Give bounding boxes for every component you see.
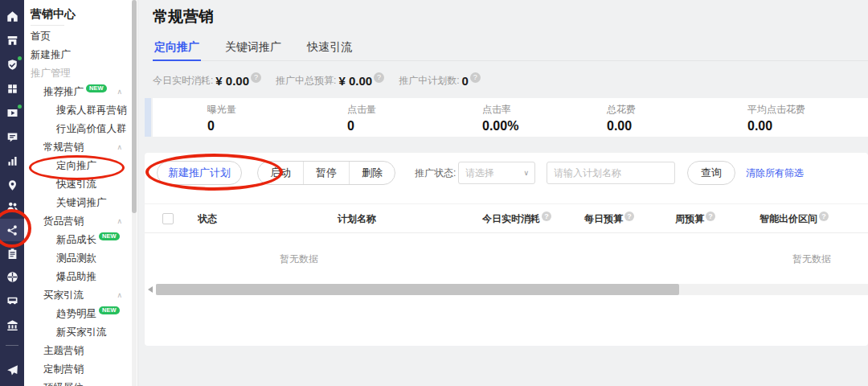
summary-item: 今日实时消耗: ¥ 0.00 ? [153, 74, 261, 88]
query-button[interactable]: 查询 [687, 161, 735, 185]
main-content: 常规营销 定向推广 关键词推广 快速引流 今日实时消耗: ¥ 0.00 ? 推广… [138, 0, 868, 386]
clear-filters-link[interactable]: 清除所有筛选 [746, 161, 804, 185]
sidebar-item[interactable]: 货品营销 ∧ [24, 212, 132, 231]
summary-value: 0 [461, 74, 468, 88]
sidebar-item[interactable]: 测品测款 [24, 249, 132, 268]
bulk-action-button[interactable]: 删除 [349, 162, 395, 184]
shop-icon[interactable] [0, 29, 24, 51]
metric-label: 点击量 [347, 103, 376, 117]
table-header-label: 状态 [198, 213, 217, 224]
collapse-caret-icon[interactable]: ∧ [117, 138, 122, 157]
users-icon[interactable] [0, 195, 24, 217]
sidebar-item[interactable]: 新品成长NEW [24, 231, 132, 249]
summary-label: 推广中计划数: [399, 74, 459, 88]
help-icon[interactable]: ? [624, 211, 634, 221]
status-filter-label: 推广状态: [415, 161, 456, 185]
plan-table-card: 新建推广计划 启动暂停删除 推广状态: 请选择 ∨ 查询 清除所有筛选 状态 计… [145, 153, 868, 346]
help-icon[interactable]: ? [819, 211, 829, 221]
help-icon[interactable]: ? [374, 72, 384, 83]
sidebar-item[interactable]: 新买家引流 [24, 323, 132, 342]
metric-value: 0.00 [607, 119, 636, 133]
create-plan-button[interactable]: 新建推广计划 [157, 161, 242, 185]
sidebar-item[interactable]: 主题营销 [24, 342, 132, 360]
sidebar-item-label: 行业高价值人群 [56, 123, 127, 134]
globe-icon[interactable] [0, 265, 24, 288]
metric: 点击率 0.00% [482, 103, 518, 133]
vehicle-icon[interactable] [0, 290, 24, 312]
location-pin-icon[interactable] [0, 174, 24, 196]
sidebar-item[interactable]: 首页 [24, 27, 132, 46]
table-header-label: 智能出价区间 [760, 213, 817, 224]
chat-icon[interactable] [0, 125, 24, 148]
clipboard-icon[interactable] [0, 242, 24, 265]
sidebar-item[interactable]: 新建推广 [24, 46, 132, 64]
metric: 平均点击花费 0.00 [747, 103, 805, 133]
sidebar-item[interactable]: 推荐推广NEW ∧ [24, 83, 132, 101]
sidebar: 营销中心 首页 新建推广 推广管理 推荐推广NEW ∧ [24, 0, 138, 386]
notification-dot [18, 56, 22, 60]
app-rail [0, 0, 24, 386]
shield-check-icon[interactable] [0, 53, 24, 76]
sidebar-title-divider [31, 25, 64, 26]
apps-grid-icon[interactable] [0, 77, 24, 100]
sidebar-item-label: 关键词推广 [56, 197, 107, 208]
sidebar-scrollbar-thumb[interactable] [132, 0, 137, 213]
sidebar-item[interactable]: 顶级展位 [24, 379, 132, 386]
select-all-checkbox[interactable] [162, 213, 174, 224]
new-badge: NEW [86, 84, 107, 92]
sidebar-item[interactable]: 推广管理 [24, 64, 132, 83]
video-icon[interactable] [0, 101, 24, 124]
bar-chart-icon[interactable] [0, 150, 24, 172]
sidebar-item-label: 定制营销 [43, 363, 84, 375]
plan-name-input[interactable] [547, 162, 675, 184]
sidebar-item[interactable]: 关键词推广 [24, 194, 132, 212]
sidebar-item-label: 货品营销 [43, 216, 84, 227]
metric-value: 0 [347, 119, 376, 133]
rail-divider [6, 345, 18, 346]
table-header-row: 状态 计划名称 今日实时消耗? 每日预算? 周预算? [145, 203, 868, 233]
tab[interactable]: 关键词推广 [223, 40, 283, 60]
sidebar-item[interactable]: 爆品助推 [24, 268, 132, 286]
help-icon[interactable]: ? [251, 72, 261, 83]
sidebar-item-label: 新品成长 [56, 234, 96, 245]
metric-label: 点击率 [482, 103, 518, 117]
help-icon[interactable]: ? [706, 211, 715, 221]
sidebar-item[interactable]: 买家引流 ∧ [24, 286, 132, 305]
help-icon[interactable]: ? [470, 72, 481, 83]
horizontal-scrollbar-thumb[interactable] [156, 284, 679, 295]
scroll-left-arrow-icon[interactable] [148, 286, 153, 293]
sidebar-item[interactable]: 定制营销 [24, 360, 132, 379]
table-header-label: 计划名称 [338, 213, 376, 224]
help-icon[interactable]: ? [542, 211, 551, 221]
home-icon[interactable] [0, 5, 24, 27]
bulk-action-button[interactable]: 暂停 [303, 162, 349, 184]
tab-bar: 定向推广 关键词推广 快速引流 [153, 40, 868, 61]
metric: 点击量 0 [347, 103, 376, 133]
sidebar-item[interactable]: 行业高价值人群 [24, 120, 132, 138]
metric-value: 0.00% [482, 119, 518, 133]
sidebar-item[interactable]: 定向推广 [24, 157, 132, 175]
status-select-value: 请选择 [465, 167, 494, 179]
sidebar-item[interactable]: 搜索人群再营销 [24, 101, 132, 120]
collapse-caret-icon[interactable]: ∧ [117, 286, 122, 305]
table-header-label: 周预算 [675, 213, 704, 224]
sidebar-item-label: 定向推广 [56, 160, 96, 171]
tab[interactable]: 定向推广 [153, 40, 201, 61]
collapse-caret-icon[interactable]: ∧ [117, 212, 122, 231]
sidebar-item[interactable]: 快速引流 [24, 175, 132, 194]
sidebar-item-label: 顶级展位 [43, 382, 84, 386]
send-icon[interactable] [0, 359, 24, 381]
sidebar-item-label: 首页 [31, 31, 51, 42]
share-network-icon[interactable] [0, 219, 24, 241]
table-header-label: 每日预算 [584, 213, 623, 224]
sidebar-item[interactable]: 趋势明星NEW [24, 305, 132, 323]
bulk-action-button[interactable]: 启动 [258, 162, 303, 184]
bank-icon[interactable] [0, 314, 24, 336]
status-select[interactable]: 请选择 ∨ [458, 162, 535, 184]
collapse-caret-icon[interactable]: ∧ [117, 83, 122, 101]
tab[interactable]: 快速引流 [305, 40, 354, 60]
sidebar-item-label: 测品测款 [56, 253, 96, 264]
sidebar-item[interactable]: 常规营销 ∧ [24, 138, 132, 157]
summary-label: 今日实时消耗: [153, 74, 213, 88]
summary-stats: 今日实时消耗: ¥ 0.00 ? 推广中总预算: ¥ 0.00 ? 推广中计划数… [153, 72, 481, 88]
